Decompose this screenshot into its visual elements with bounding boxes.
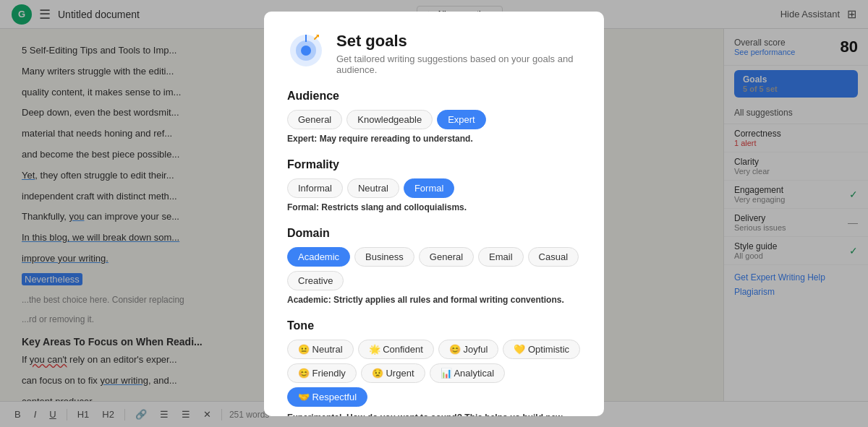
audience-pills: General Knowledgeable Expert xyxy=(287,110,581,129)
domain-academic[interactable]: Academic xyxy=(287,247,350,267)
formality-informal[interactable]: Informal xyxy=(287,178,343,198)
formality-pills: Informal Neutral Formal xyxy=(287,178,581,198)
tone-joyful[interactable]: 😊 Joyful xyxy=(438,340,499,359)
svg-point-2 xyxy=(301,46,311,56)
formality-hint: Formal: Restricts slang and colloquialis… xyxy=(287,202,581,212)
tone-pills: 😐 Neutral 🌟 Confident 😊 Joyful 💛 Optimis… xyxy=(287,340,581,407)
tone-label: Tone xyxy=(287,319,581,332)
tone-urgent[interactable]: 😟 Urgent xyxy=(361,363,425,383)
goals-icon xyxy=(287,32,325,69)
modal-header: Set goals Get tailored writing suggestio… xyxy=(287,32,581,75)
tone-analytical[interactable]: 📊 Analytical xyxy=(430,363,506,383)
formality-formal[interactable]: Formal xyxy=(404,178,454,198)
domain-general[interactable]: General xyxy=(419,247,474,267)
audience-general[interactable]: General xyxy=(287,110,342,129)
audience-hint: Expert: May require rereading to underst… xyxy=(287,134,581,144)
audience-expert[interactable]: Expert xyxy=(437,110,486,129)
tone-friendly[interactable]: 😊 Friendly xyxy=(287,363,357,383)
set-goals-modal: Set goals Get tailored writing suggestio… xyxy=(264,12,604,416)
modal-title: Set goals xyxy=(336,32,581,51)
domain-casual[interactable]: Casual xyxy=(528,247,579,267)
domain-business[interactable]: Business xyxy=(354,247,414,267)
tone-experimental-note: Experimental. How do you want to sound? … xyxy=(287,413,581,416)
domain-pills: Academic Business General Email Casual C… xyxy=(287,247,581,290)
tone-section: Tone 😐 Neutral 🌟 Confident 😊 Joyful 💛 Op… xyxy=(287,319,581,416)
domain-email[interactable]: Email xyxy=(478,247,524,267)
modal-subtitle: Get tailored writing suggestions based o… xyxy=(336,53,581,75)
tone-respectful[interactable]: 🤝 Respectful xyxy=(287,387,367,407)
domain-creative[interactable]: Creative xyxy=(287,271,344,290)
formality-label: Formality xyxy=(287,158,581,171)
domain-hint: Academic: Strictly applies all rules and… xyxy=(287,295,581,305)
audience-section: Audience General Knowledgeable Expert Ex… xyxy=(287,90,581,144)
formality-neutral[interactable]: Neutral xyxy=(347,178,399,198)
domain-section: Domain Academic Business General Email C… xyxy=(287,227,581,305)
tone-neutral[interactable]: 😐 Neutral xyxy=(287,340,354,359)
tone-optimistic[interactable]: 💛 Optimistic xyxy=(503,340,580,359)
audience-knowledgeable[interactable]: Knowledgeable xyxy=(346,110,433,129)
tone-confident[interactable]: 🌟 Confident xyxy=(358,340,434,359)
domain-label: Domain xyxy=(287,227,581,240)
modal-overlay: Set goals Get tailored writing suggestio… xyxy=(0,0,868,427)
formality-section: Formality Informal Neutral Formal Formal… xyxy=(287,158,581,212)
audience-label: Audience xyxy=(287,90,581,103)
